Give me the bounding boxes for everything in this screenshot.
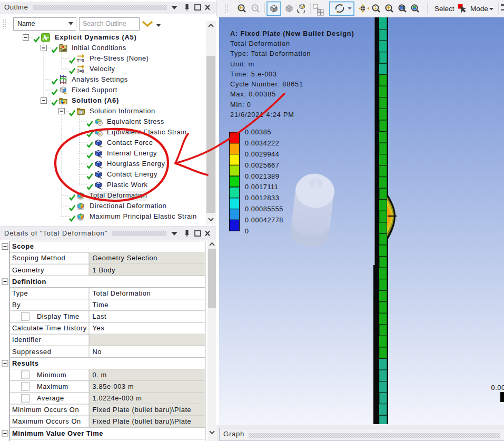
svg-text:Equivalent Elastic Strain: Equivalent Elastic Strain [107,128,187,136]
svg-text:21/6/2021 4:24 PM: 21/6/2021 4:24 PM [230,111,294,119]
svg-text:0.0034222: 0.0034222 [245,140,279,147]
svg-text:Minimum Value Over Time: Minimum Value Over Time [12,429,103,437]
svg-text:Identifier: Identifier [12,336,41,344]
svg-text:Total Deformation: Total Deformation [90,191,147,199]
svg-text:Max: 0.00385: Max: 0.00385 [230,91,276,98]
svg-text:A: Fixed Plate (New Bullet Des: A: Fixed Plate (New Bullet Design) [230,30,354,37]
svg-text:Fixed Support: Fixed Support [72,86,117,94]
svg-text:Solution (A6): Solution (A6) [72,96,119,104]
svg-text:Fixed Plate (bullet baru)\Plat: Fixed Plate (bullet baru)\Plate [93,406,192,414]
svg-text:Contact Force: Contact Force [107,139,153,146]
svg-text:Directional Deformation: Directional Deformation [90,202,166,210]
svg-text:Equivalent Stress: Equivalent Stress [107,117,164,125]
svg-text:Minimum: Minimum [37,371,66,379]
svg-text:Last: Last [93,312,107,320]
svg-text:Mode: Mode [470,5,488,13]
svg-text:Type: Total Deformation: Type: Total Deformation [230,50,311,57]
svg-text:1.0224e-003 m: 1.0224e-003 m [93,394,142,402]
svg-text:Geometry: Geometry [12,266,44,274]
svg-text:Scoping Method: Scoping Method [12,254,65,262]
svg-text:Fixed Plate (bullet baru)\Plat: Fixed Plate (bullet baru)\Plate [93,417,192,425]
svg-text:Results: Results [12,359,38,367]
svg-text:Maximum Principal Elastic Stra: Maximum Principal Elastic Strain [90,212,197,220]
svg-text:0.0021389: 0.0021389 [245,173,279,180]
svg-text:Suppressed: Suppressed [12,348,52,356]
svg-text:Maximum: Maximum [37,383,68,390]
svg-text:Type: Type [12,289,28,297]
svg-text:0.0029944: 0.0029944 [245,151,279,158]
svg-text:0.00085555: 0.00085555 [245,205,283,213]
svg-text:Yes: Yes [93,324,105,332]
svg-text:Initial Conditions: Initial Conditions [72,44,126,52]
svg-text:Time: Time [93,301,108,309]
svg-text:0.00042778: 0.00042778 [245,217,283,224]
svg-text:Contact Energy: Contact Energy [107,170,157,178]
svg-text:Scope: Scope [12,242,34,250]
svg-text:Display Time: Display Time [37,312,80,320]
svg-text:0. m: 0. m [93,371,107,379]
svg-text:Total Deformation: Total Deformation [230,40,290,47]
svg-text:0.0025667: 0.0025667 [245,162,279,169]
svg-text:Internal Energy: Internal Energy [107,149,157,157]
svg-text:Solution Information: Solution Information [90,107,155,115]
svg-text:Velocity: Velocity [90,65,115,73]
svg-text:Time: 5.e-003: Time: 5.e-003 [230,71,277,78]
svg-text:0.0012833: 0.0012833 [245,194,279,202]
svg-text:No: No [93,348,102,356]
svg-text:Analysis Settings: Analysis Settings [72,75,128,83]
svg-text:Hourglass Energy: Hourglass Energy [107,160,165,168]
svg-text:Definition: Definition [12,278,46,286]
svg-text:Geometry Selection: Geometry Selection [93,254,158,262]
svg-text:0: 0 [245,228,249,235]
svg-text:3.85e-003 m: 3.85e-003 m [93,383,134,390]
svg-text:Minimum Occurs On: Minimum Occurs On [12,406,79,414]
svg-text:0.0017111: 0.0017111 [245,183,279,191]
svg-text:Average: Average [37,394,64,402]
svg-text:Calculate Time History: Calculate Time History [12,324,87,332]
svg-text:Explicit Dynamics (A5): Explicit Dynamics (A5) [55,33,136,41]
svg-text:Pre-Stress (None): Pre-Stress (None) [90,54,149,62]
svg-text:Plastic Work: Plastic Work [107,181,147,189]
svg-text:Unit: m: Unit: m [230,61,254,68]
svg-text:Select: Select [434,5,454,13]
svg-text:By: By [12,301,21,309]
svg-text:Cycle Number: 88651: Cycle Number: 88651 [230,81,303,88]
svg-text:Min: 0: Min: 0 [230,101,251,109]
svg-text:0.00385: 0.00385 [245,129,271,136]
svg-text:0.00: 0.00 [491,384,504,391]
svg-text:Total Deformation: Total Deformation [93,289,151,297]
svg-text:Maximum Occurs On: Maximum Occurs On [12,417,81,425]
svg-text:1 Body: 1 Body [93,266,116,274]
